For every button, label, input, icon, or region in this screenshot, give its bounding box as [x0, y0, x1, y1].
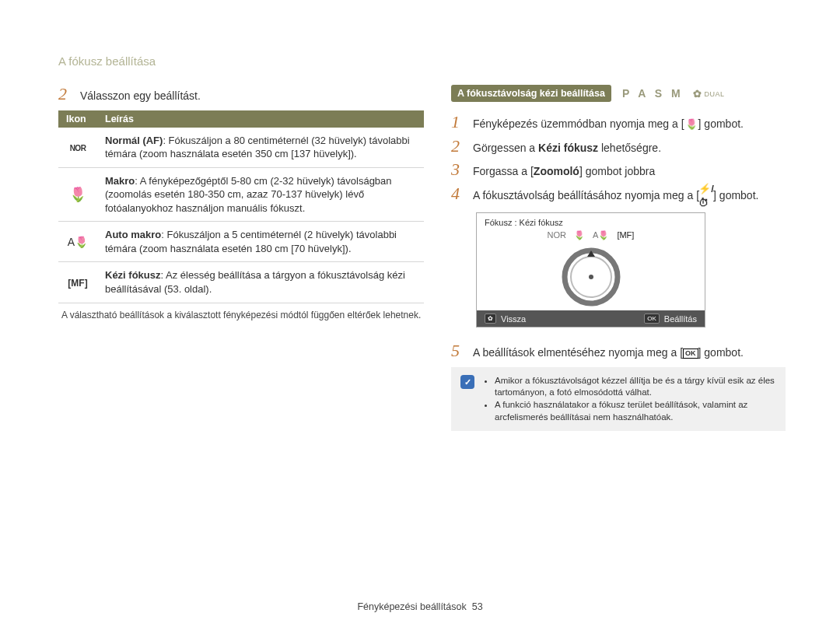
macro-icon: 🌷	[69, 187, 86, 202]
step-text: A beállítások elmentéséhez nyomja meg a …	[473, 345, 786, 361]
step-number: 2	[58, 85, 72, 103]
step-number: 4	[451, 184, 465, 203]
menu-icon: ✿	[485, 313, 496, 324]
camera-back-label: ✿ Vissza	[485, 313, 526, 324]
step-number: 5	[451, 342, 465, 360]
ok-icon: OK	[683, 349, 698, 359]
step-number: 3	[451, 160, 465, 179]
row-desc: Kézi fókusz: Az élesség beállítása a tár…	[97, 262, 424, 303]
table-row: A🌷 Auto makro: Fókuszáljon a 5 centiméte…	[58, 222, 424, 262]
table-head-desc: Leírás	[97, 110, 424, 128]
step-text: Válasszon egy beállítást.	[80, 89, 424, 104]
manual-focus-icon: [MF]	[68, 278, 87, 289]
table-row: NOR Normál (AF): Fókuszáljon a 80 centim…	[58, 128, 424, 168]
left-column: 2 Válasszon egy beállítást. Ikon Leírás …	[58, 85, 424, 431]
info-box: ✓ Amikor a fókusztávolságot kézzel állít…	[451, 367, 786, 431]
definitions-table: Ikon Leírás NOR Normál (AF): Fókuszáljon…	[58, 110, 424, 303]
step-text: A fókusztávolság beállításához nyomja me…	[473, 188, 786, 204]
macro-icon: 🌷	[684, 119, 698, 130]
table-row: [MF] Kézi fókusz: Az élesség beállítása …	[58, 262, 424, 303]
ok-icon: OK	[644, 313, 660, 324]
normal-af-icon: NOR	[70, 144, 86, 152]
focus-dial-icon	[553, 247, 629, 307]
page-footer: Fényképezési beállítások 53	[0, 601, 840, 612]
camera-set-label: OK Beállítás	[644, 313, 697, 324]
camera-display: Fókusz : Kézi fókusz NOR 🌷 A🌷 [MF]	[476, 212, 705, 328]
auto-macro-icon: A🌷	[68, 236, 88, 248]
info-item: Amikor a fókusztávolságot kézzel állítja…	[495, 375, 776, 399]
row-desc: Normál (AF): Fókuszáljon a 80 centiméter…	[97, 128, 424, 168]
subhead-badge: A fókusztávolság kézi beállítása	[451, 85, 611, 102]
step-number: 1	[451, 113, 465, 131]
page-title: A fókusz beállítása	[58, 54, 786, 68]
step-text: Forgassa a [Zoomoló] gombot jobbra	[473, 164, 786, 180]
info-icon: ✓	[460, 375, 474, 389]
step-text: Fényképezés üzemmódban nyomja meg a [🌷] …	[473, 117, 786, 132]
row-desc: Auto makro: Fókuszáljon a 5 centiméterné…	[97, 222, 424, 262]
footnote: A választható beállítások a kiválasztott…	[58, 310, 424, 322]
camera-mode-label: Fókusz : Kézi fókusz	[477, 213, 705, 229]
flash-timer-icon: ⚡/⏱	[699, 191, 713, 201]
right-column: A fókusztávolság kézi beállítása P A S M…	[451, 85, 786, 431]
step-number: 2	[451, 137, 465, 156]
row-desc: Makro: A fényképezőgéptől 5-80 cm (2-32 …	[97, 167, 424, 222]
svg-point-2	[589, 275, 593, 279]
mode-letters: P A S M ✿DUAL	[622, 87, 725, 100]
info-item: A funkció használatakor a fókusz terület…	[495, 399, 776, 423]
table-row: 🌷 Makro: A fényképezőgéptől 5-80 cm (2-3…	[58, 167, 424, 222]
camera-mode-icons: NOR 🌷 A🌷 [MF]	[477, 229, 705, 243]
table-head-icon: Ikon	[58, 110, 97, 128]
step-text: Görgessen a Kézi fókusz lehetőségre.	[473, 141, 786, 156]
